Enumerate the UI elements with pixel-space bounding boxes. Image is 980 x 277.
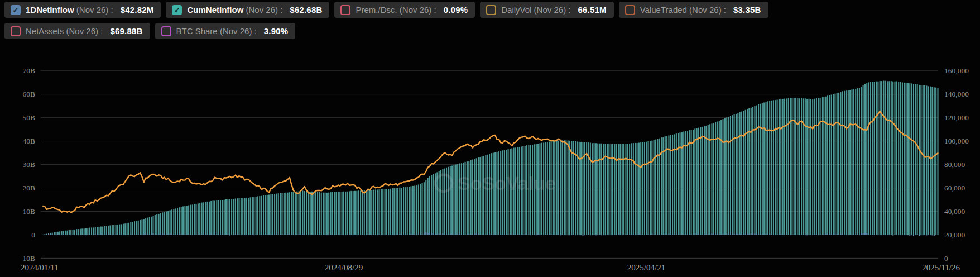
y-axis-left-label: 70B: [22, 66, 35, 75]
y-axis-left-label: -10B: [20, 254, 35, 262]
checkbox-prem-dsc-unchecked[interactable]: [340, 5, 350, 15]
y-axis-left-label: 0: [31, 231, 35, 239]
legend-label: NetAssets (Nov 26) :: [26, 26, 103, 36]
legend-chip-btc-share[interactable]: BTC Share (Nov 26) :3.90%: [155, 23, 296, 39]
series-name: DailyVol: [501, 5, 531, 15]
legend-chip-prem-dsc[interactable]: Prem./Dsc. (Nov 26) :0.09%: [334, 2, 475, 18]
y-axis-left-label: 30B: [22, 160, 35, 169]
legend-label: CumNetInflow (Nov 26) :: [187, 5, 282, 15]
cum-net-inflow-bars: [42, 81, 939, 235]
svg-text:SoSoValue: SoSoValue: [458, 173, 556, 194]
legend-bar: ✓1DNetInflow (Nov 26) :$42.82M✓CumNetInf…: [4, 2, 768, 44]
series-name: CumNetInflow: [187, 5, 243, 15]
series-value: $69.88B: [110, 26, 142, 36]
series-value: $42.82M: [121, 5, 154, 15]
y-axis-right-label: 40,000: [944, 207, 965, 216]
series-value: $62.68B: [290, 5, 322, 15]
y-axis-right-label: 120,000: [944, 113, 969, 122]
x-axis-date-label: 2024/08/29: [325, 263, 363, 272]
x-axis-date-label: 2025/11/26: [922, 263, 960, 272]
series-name: 1DNetInflow: [26, 5, 74, 15]
series-value: 3.90%: [264, 26, 289, 36]
y-axis-right-label: 160,000: [944, 66, 969, 75]
series-name: Prem./Dsc.: [356, 5, 397, 15]
x-axis-date-label: 2024/01/11: [21, 263, 59, 272]
watermark: SoSoValue: [435, 173, 556, 194]
y-axis-right-label: 140,000: [944, 90, 969, 98]
y-axis-right-label: 0: [944, 254, 948, 262]
y-axis-left-label: 50B: [22, 113, 35, 122]
series-name: NetAssets: [26, 26, 64, 36]
series-name: BTC Share: [176, 26, 218, 36]
y-axis-left-label: 60B: [22, 90, 35, 98]
series-name: ValueTraded: [640, 5, 687, 15]
legend-label: Prem./Dsc. (Nov 26) :: [356, 5, 436, 15]
legend-label: DailyVol (Nov 26) :: [501, 5, 570, 15]
legend-chip-value-traded[interactable]: ValueTraded (Nov 26) :$3.35B: [619, 2, 768, 18]
y-axis-right-label: 20,000: [944, 231, 965, 239]
series-value: $3.35B: [733, 5, 761, 15]
legend-chip-net-assets[interactable]: NetAssets (Nov 26) :$69.88B: [4, 23, 150, 39]
checkbox-net-assets-unchecked[interactable]: [11, 26, 21, 36]
y-axis-right-label: 60,000: [944, 184, 965, 192]
legend-chip-1d-net-inflow[interactable]: ✓1DNetInflow (Nov 26) :$42.82M: [4, 2, 161, 18]
y-axis-left-label: 40B: [22, 137, 35, 145]
x-axis-date-label: 2025/04/21: [627, 263, 665, 272]
y-axis-left-label: 20B: [22, 184, 35, 192]
y-axis-left-label: 10B: [22, 207, 35, 216]
y-axis-right-label: 80,000: [944, 160, 965, 169]
checkbox-cum-net-inflow-checked[interactable]: ✓: [172, 5, 182, 15]
checkbox-daily-vol-unchecked[interactable]: [486, 5, 496, 15]
checkbox-1d-net-inflow-checked[interactable]: ✓: [11, 5, 21, 15]
legend-label: 1DNetInflow (Nov 26) :: [26, 5, 113, 15]
legend-row-1: ✓1DNetInflow (Nov 26) :$42.82M✓CumNetInf…: [4, 2, 768, 18]
legend-chip-cum-net-inflow[interactable]: ✓CumNetInflow (Nov 26) :$62.68B: [166, 2, 329, 18]
legend-chip-daily-vol[interactable]: DailyVol (Nov 26) :66.51M: [480, 2, 613, 18]
series-value: 0.09%: [444, 5, 468, 15]
legend-row-2: NetAssets (Nov 26) :$69.88BBTC Share (No…: [4, 23, 768, 39]
y-axis-right-label: 100,000: [944, 137, 969, 145]
legend-label: BTC Share (Nov 26) :: [176, 26, 257, 36]
checkbox-btc-share-unchecked[interactable]: [161, 26, 171, 36]
series-value: 66.51M: [578, 5, 606, 15]
checkbox-value-traded-unchecked[interactable]: [625, 5, 635, 15]
legend-label: ValueTraded (Nov 26) :: [640, 5, 726, 15]
